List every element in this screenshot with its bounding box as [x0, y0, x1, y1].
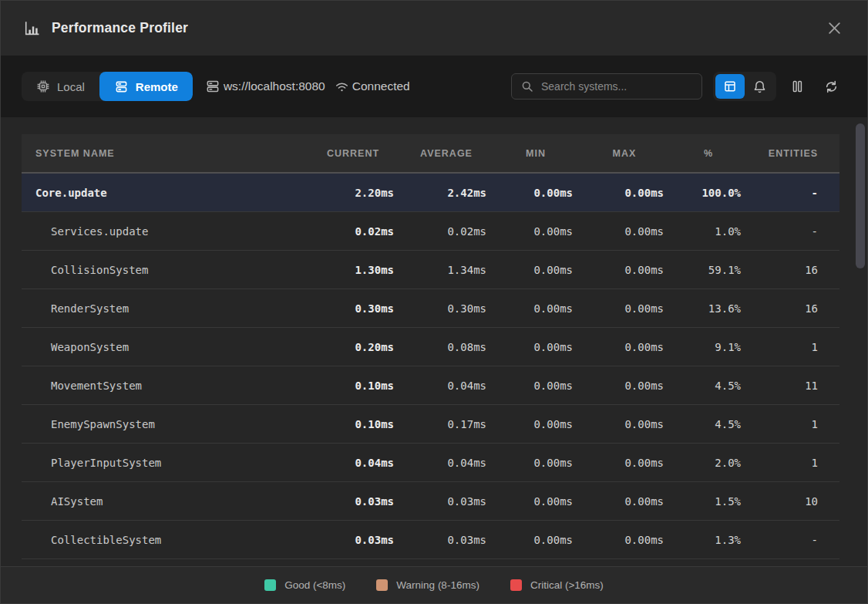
table-row[interactable]: EnemySpawnSystem0.10ms0.17ms0.00ms0.00ms…	[22, 405, 839, 444]
cell-average: 0.02ms	[400, 225, 493, 238]
remote-mode-button[interactable]: Remote	[99, 72, 193, 101]
cell-entities: 16	[747, 264, 839, 276]
cell-system-name: AISystem	[22, 495, 306, 508]
cell-max: 0.00ms	[579, 302, 670, 315]
mode-toggle: Local Remote	[22, 72, 193, 101]
cell-system-name: WeaponSystem	[22, 341, 306, 353]
systems-table: SYSTEM NAME CURRENT AVERAGE MIN MAX % EN…	[22, 134, 839, 559]
cell-percent: 13.6%	[670, 302, 747, 315]
column-header-min[interactable]: MIN	[493, 148, 579, 159]
column-header-percent[interactable]: %	[670, 148, 747, 159]
search-icon	[521, 80, 533, 93]
cell-system-name: Core.update	[22, 187, 306, 199]
column-header-entities[interactable]: ENTITIES	[747, 148, 839, 159]
wifi-icon	[335, 79, 349, 94]
cell-max: 0.00ms	[579, 495, 670, 508]
cell-average: 0.08ms	[400, 341, 493, 353]
cell-min: 0.00ms	[493, 302, 579, 315]
title-bar: Performance Profiler	[1, 1, 867, 56]
table-row[interactable]: Core.update2.20ms2.42ms0.00ms0.00ms100.0…	[22, 174, 839, 212]
search-input[interactable]	[541, 80, 692, 93]
remote-mode-label: Remote	[136, 80, 178, 93]
table-header: SYSTEM NAME CURRENT AVERAGE MIN MAX % EN…	[22, 134, 839, 174]
table-row[interactable]: RenderSystem0.30ms0.30ms0.00ms0.00ms13.6…	[22, 289, 839, 328]
critical-swatch-icon	[510, 579, 522, 591]
cell-max: 0.00ms	[579, 187, 670, 199]
cell-average: 1.34ms	[400, 264, 493, 276]
cell-current: 0.04ms	[306, 457, 400, 469]
cell-current: 0.20ms	[306, 341, 400, 353]
table-row[interactable]: AISystem0.03ms0.03ms0.00ms0.00ms1.5%10	[22, 482, 839, 521]
column-header-current[interactable]: CURRENT	[306, 148, 400, 159]
search-box	[511, 73, 702, 100]
toolbar: Local Remote	[1, 56, 867, 117]
cell-percent: 9.1%	[670, 341, 747, 353]
cell-max: 0.00ms	[579, 225, 670, 238]
legend-item-critical: Critical (>16ms)	[510, 579, 604, 591]
cell-average: 0.17ms	[400, 418, 493, 430]
column-header-average[interactable]: AVERAGE	[400, 148, 493, 159]
cell-max: 0.00ms	[579, 264, 670, 276]
cell-min: 0.00ms	[493, 225, 579, 238]
cell-average: 0.04ms	[400, 380, 493, 392]
table-row[interactable]: WeaponSystem0.20ms0.08ms0.00ms0.00ms9.1%…	[22, 328, 839, 366]
cell-system-name: CollisionSystem	[22, 264, 306, 276]
table-row[interactable]: CollisionSystem1.30ms1.34ms0.00ms0.00ms5…	[22, 251, 839, 289]
refresh-icon	[824, 79, 839, 94]
cell-percent: 100.0%	[670, 187, 747, 199]
legend-label-critical: Critical (>16ms)	[530, 579, 604, 591]
bell-icon	[752, 79, 767, 94]
websocket-url: ws://localhost:8080	[224, 79, 325, 93]
alerts-button[interactable]	[745, 74, 774, 99]
cell-entities: 10	[747, 495, 839, 508]
page-title: Performance Profiler	[52, 20, 188, 36]
cell-max: 0.00ms	[579, 534, 670, 546]
column-header-max[interactable]: MAX	[579, 148, 670, 159]
server-icon	[205, 79, 220, 94]
cell-max: 0.00ms	[579, 341, 670, 353]
connection-status: Connected	[352, 79, 410, 93]
table-view-button[interactable]	[715, 74, 745, 99]
warning-swatch-icon	[376, 579, 388, 591]
cell-system-name: MovementSystem	[22, 380, 306, 392]
cell-current: 0.30ms	[306, 302, 400, 315]
close-button[interactable]	[823, 17, 846, 40]
performance-profiler-window: Performance Profiler	[0, 0, 868, 604]
table-row[interactable]: CollectibleSystem0.03ms0.03ms0.00ms0.00m…	[22, 521, 839, 559]
legend-item-good: Good (<8ms)	[264, 579, 345, 591]
cell-max: 0.00ms	[579, 380, 670, 392]
cell-system-name: EnemySpawnSystem	[22, 418, 306, 430]
cell-percent: 4.5%	[670, 380, 747, 392]
cell-percent: 59.1%	[670, 264, 747, 276]
connection-status-group: Connected	[335, 79, 410, 94]
cell-system-name: RenderSystem	[22, 302, 306, 315]
local-mode-button[interactable]: Local	[22, 72, 99, 101]
vertical-scrollbar-thumb[interactable]	[856, 123, 865, 268]
cell-entities: 16	[747, 302, 839, 315]
pause-icon	[789, 79, 805, 94]
pause-button[interactable]	[784, 73, 810, 100]
refresh-button[interactable]	[818, 73, 844, 100]
cell-current: 0.03ms	[306, 495, 400, 508]
cell-entities: -	[747, 534, 839, 546]
cell-entities: -	[747, 225, 839, 238]
cell-system-name: PlayerInputSystem	[22, 457, 306, 469]
main-content: SYSTEM NAME CURRENT AVERAGE MIN MAX % EN…	[1, 117, 867, 566]
cell-entities: 1	[747, 341, 839, 353]
cell-average: 0.03ms	[400, 534, 493, 546]
cell-average: 0.03ms	[400, 495, 493, 508]
table-row[interactable]: Services.update0.02ms0.02ms0.00ms0.00ms1…	[22, 212, 839, 251]
view-toggle-group	[713, 72, 776, 101]
legend-label-good: Good (<8ms)	[284, 579, 345, 591]
column-header-system-name[interactable]: SYSTEM NAME	[22, 148, 306, 159]
cell-entities: 1	[747, 418, 839, 430]
table-row[interactable]: PlayerInputSystem0.04ms0.04ms0.00ms0.00m…	[22, 444, 839, 482]
cell-current: 0.10ms	[306, 380, 400, 392]
cell-entities: 1	[747, 457, 839, 469]
cell-percent: 1.0%	[670, 225, 747, 238]
good-swatch-icon	[264, 579, 276, 591]
cell-system-name: Services.update	[22, 225, 306, 238]
table-row[interactable]: MovementSystem0.10ms0.04ms0.00ms0.00ms4.…	[22, 366, 839, 405]
cell-percent: 1.5%	[670, 495, 747, 508]
cell-entities: 11	[747, 380, 839, 392]
